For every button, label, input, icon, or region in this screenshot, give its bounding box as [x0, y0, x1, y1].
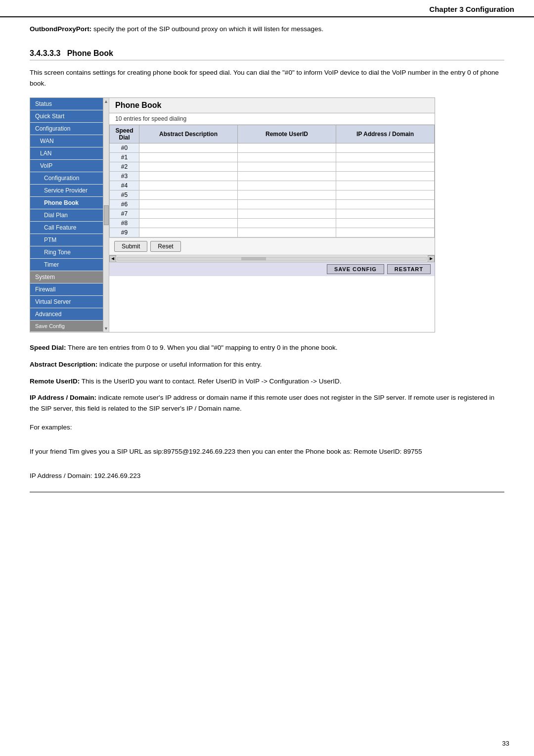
remote-userid-cell[interactable]: [238, 190, 336, 200]
abstract-desc-input-6[interactable]: [140, 200, 237, 208]
ip-domain-cell[interactable]: [336, 143, 435, 153]
scroll-thumb[interactable]: [104, 205, 109, 225]
remote-userid-cell[interactable]: [238, 153, 336, 162]
abstract-desc-cell[interactable]: [139, 219, 238, 228]
abstract-desc-input-1[interactable]: [140, 153, 237, 161]
ip-domain-input-0[interactable]: [337, 144, 434, 152]
remote-userid-input-2[interactable]: [238, 163, 335, 171]
remote-userid-input-7[interactable]: [238, 210, 335, 218]
ip-domain-cell[interactable]: [336, 209, 435, 219]
ip-domain-cell[interactable]: [336, 181, 435, 190]
sidebar-item-wan[interactable]: WAN: [30, 135, 103, 147]
restart-button[interactable]: RESTART: [387, 264, 431, 274]
ip-domain-input-4[interactable]: [337, 182, 434, 189]
abstract-desc-input-8[interactable]: [140, 219, 237, 227]
ip-domain-input-8[interactable]: [337, 219, 434, 227]
abstract-desc-cell[interactable]: [139, 181, 238, 190]
panel-buttons: Submit Reset: [109, 237, 435, 255]
ip-domain-input-3[interactable]: [337, 172, 434, 180]
sidebar-item-configuration[interactable]: Configuration: [30, 123, 103, 135]
remote-userid-input-9[interactable]: [238, 229, 335, 236]
remote-userid-input-8[interactable]: [238, 219, 335, 227]
sidebar-item-quickstart[interactable]: Quick Start: [30, 110, 103, 123]
remote-userid-input-0[interactable]: [238, 144, 335, 152]
speed-dial-cell: #0: [110, 143, 139, 153]
sidebar-item-advanced[interactable]: Advanced: [30, 308, 103, 321]
sidebar-item-call-feature[interactable]: Call Feature: [30, 222, 103, 234]
remote-userid-cell[interactable]: [238, 172, 336, 181]
ip-domain-input-2[interactable]: [337, 163, 434, 171]
remote-userid-cell[interactable]: [238, 209, 336, 219]
sidebar-item-virtual-server[interactable]: Virtual Server: [30, 296, 103, 308]
ip-domain-cell[interactable]: [336, 172, 435, 181]
sidebar-item-lan[interactable]: LAN: [30, 147, 103, 160]
scroll-right-arrow[interactable]: ▶: [428, 255, 435, 262]
abstract-desc-cell[interactable]: [139, 172, 238, 181]
sidebar-item-timer[interactable]: Timer: [30, 259, 103, 271]
desc-abstract: Abstract Description: indicate the purpo…: [30, 359, 504, 370]
scroll-left-arrow[interactable]: ◀: [109, 255, 116, 262]
abstract-desc-input-9[interactable]: [140, 229, 237, 236]
remote-userid-cell[interactable]: [238, 200, 336, 209]
remote-userid-input-6[interactable]: [238, 200, 335, 208]
save-config-button[interactable]: SAVE CONFIG: [327, 264, 384, 274]
reset-button[interactable]: Reset: [150, 241, 180, 252]
remote-userid-cell[interactable]: [238, 181, 336, 190]
sidebar-item-firewall[interactable]: Firewall: [30, 284, 103, 296]
abstract-desc-input-2[interactable]: [140, 163, 237, 171]
remote-userid-cell[interactable]: [238, 162, 336, 172]
scroll-down-arrow[interactable]: ▼: [104, 326, 108, 331]
abstract-desc-cell[interactable]: [139, 200, 238, 209]
remote-userid-input-4[interactable]: [238, 182, 335, 189]
abstract-desc-input-4[interactable]: [140, 182, 237, 189]
remote-userid-cell[interactable]: [238, 228, 336, 237]
sidebar-item-system[interactable]: System: [30, 271, 103, 284]
remote-userid-input-1[interactable]: [238, 153, 335, 161]
submit-button[interactable]: Submit: [114, 241, 147, 252]
ip-domain-input-1[interactable]: [337, 153, 434, 161]
sidebar-item-phone-book[interactable]: Phone Book: [30, 197, 103, 209]
abstract-desc-cell[interactable]: [139, 228, 238, 237]
speed-dial-cell: #9: [110, 228, 139, 237]
abstract-desc-cell[interactable]: [139, 162, 238, 172]
remote-userid-cell[interactable]: [238, 143, 336, 153]
ip-domain-cell[interactable]: [336, 153, 435, 162]
sidebar-item-dial-plan[interactable]: Dial Plan: [30, 209, 103, 222]
remote-userid-input-3[interactable]: [238, 172, 335, 180]
section-heading: Phone Book: [67, 49, 113, 57]
table-row: #1: [110, 153, 435, 162]
ip-domain-input-6[interactable]: [337, 200, 434, 208]
sidebar-item-voip[interactable]: VoIP: [30, 160, 103, 172]
table-row: #3: [110, 172, 435, 181]
abstract-desc-cell[interactable]: [139, 209, 238, 219]
chapter-header: Chapter 3 Configuration: [0, 0, 534, 17]
scroll-up-arrow[interactable]: ▲: [104, 99, 108, 104]
col-remote-userid: Remote UserID: [238, 125, 336, 143]
scroll-track[interactable]: [117, 257, 427, 261]
ip-domain-cell[interactable]: [336, 228, 435, 237]
ip-domain-cell[interactable]: [336, 162, 435, 172]
h-scrollbar[interactable]: ◀ ▶: [109, 255, 435, 262]
abstract-desc-cell[interactable]: [139, 190, 238, 200]
ip-domain-input-5[interactable]: [337, 191, 434, 199]
ip-domain-cell[interactable]: [336, 200, 435, 209]
sidebar-item-voip-configuration[interactable]: Configuration: [30, 172, 103, 185]
remote-userid-input-5[interactable]: [238, 191, 335, 199]
abstract-desc-cell[interactable]: [139, 153, 238, 162]
sidebar-item-save-config-side[interactable]: Save Config: [30, 321, 103, 332]
abstract-desc-cell[interactable]: [139, 143, 238, 153]
abstract-desc-input-5[interactable]: [140, 191, 237, 199]
remote-userid-cell[interactable]: [238, 219, 336, 228]
sidebar-scrollbar[interactable]: ▲ ▼: [103, 98, 109, 332]
abstract-desc-input-7[interactable]: [140, 210, 237, 218]
sidebar-item-status[interactable]: Status: [30, 98, 103, 110]
ip-domain-cell[interactable]: [336, 190, 435, 200]
sidebar-item-ptm[interactable]: PTM: [30, 234, 103, 246]
abstract-desc-input-3[interactable]: [140, 172, 237, 180]
ip-domain-cell[interactable]: [336, 219, 435, 228]
ip-domain-input-9[interactable]: [337, 229, 434, 236]
ip-domain-input-7[interactable]: [337, 210, 434, 218]
sidebar-item-service-provider[interactable]: Service Provider: [30, 185, 103, 197]
sidebar-item-ring-tone[interactable]: Ring Tone: [30, 246, 103, 259]
abstract-desc-input-0[interactable]: [140, 144, 237, 152]
